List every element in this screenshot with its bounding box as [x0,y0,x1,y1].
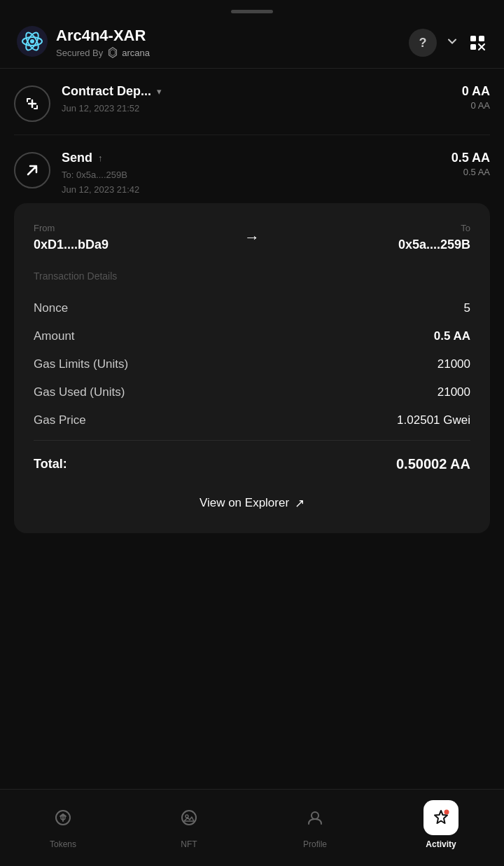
tx-from-label: From [34,223,236,233]
nft-label: NFT [181,839,197,849]
tx-amount-value: 0.5 AA [434,329,470,343]
tx-from-address: 0xD1....bDa9 [34,238,236,252]
svg-point-4 [30,39,34,43]
contract-dep-title: Contract Dep... [62,84,151,99]
tx-gas-used-value: 21000 [438,385,470,399]
tokens-icon-wrap [46,800,80,835]
send-icon-wrap [14,152,50,188]
app-logo [17,26,48,60]
contract-dep-badge: ▾ [157,86,162,97]
tx-details-title: Transaction Details [34,270,470,282]
help-button[interactable]: ? [409,29,437,57]
view-explorer-arrow-icon: ↗ [295,496,304,511]
tx-total-label: Total: [34,457,67,472]
send-date: Jun 12, 2023 21:42 [62,183,440,198]
contract-dep-amount-secondary: 0 AA [462,100,490,111]
tokens-label: Tokens [50,839,76,849]
contract-dep-amounts: 0 AA 0 AA [462,84,490,111]
contract-dep-info: Contract Dep... ▾ Jun 12, 2023 21:52 [62,84,451,116]
contract-dep-amount-primary: 0 AA [462,84,490,99]
tx-to-label: To [268,223,470,233]
profile-label: Profile [303,839,327,849]
header-actions: ? [409,29,487,57]
tx-gas-used-label: Gas Used (Units) [34,385,125,399]
app-title: Arc4n4-XAR [56,27,400,45]
send-title: Send [62,151,92,165]
contract-dep-date: Jun 12, 2023 21:52 [62,102,451,116]
tx-row-gas-used: Gas Used (Units) 21000 [34,378,470,406]
tx-addresses: From 0xD1....bDa9 → To 0x5a....259B [34,223,470,252]
tx-row-gas-limits: Gas Limits (Units) 21000 [34,350,470,378]
tx-divider [34,440,470,441]
tx-nonce-label: Nonce [34,301,68,315]
bottom-nav: Tokens NFT Profile Acti [0,789,504,866]
tx-row-nonce: Nonce 5 [34,294,470,322]
tx-amount-label: Amount [34,329,75,343]
tx-to-block: To 0x5a....259B [268,223,470,252]
tx-direction-arrow: → [244,228,260,247]
svg-point-10 [182,811,196,825]
tx-row-amount: Amount 0.5 AA [34,322,470,350]
tx-gas-limits-value: 21000 [438,357,470,371]
send-amount-secondary: 0.5 AA [451,167,490,177]
tx-gas-price-value: 1.02501 Gwei [397,413,470,427]
tx-from-block: From 0xD1....bDa9 [34,223,236,252]
profile-icon-wrap [298,800,332,835]
activity-icon-wrap [424,800,458,835]
tx-row-gas-price: Gas Price 1.02501 Gwei [34,406,470,434]
activity-label: Activity [426,839,456,849]
tx-gas-limits-label: Gas Limits (Units) [34,357,128,371]
chevron-button[interactable] [445,34,459,52]
tx-total-row: Total: 0.50002 AA [34,446,470,475]
header: Arc4n4-XAR Secured By arcana ? [0,13,504,68]
svg-point-12 [312,812,318,819]
activity-item-send[interactable]: Send ↑ To: 0x5a....259B Jun 12, 2023 21:… [14,135,490,200]
nav-item-nft[interactable]: NFT [126,800,252,849]
tx-total-value: 0.50002 AA [396,456,470,472]
svg-rect-5 [470,36,476,41]
send-to: To: 0x5a....259B [62,168,440,183]
activity-list: Contract Dep... ▾ Jun 12, 2023 21:52 0 A… [0,69,504,200]
send-badge: ↑ [98,153,103,163]
svg-rect-7 [470,44,476,50]
view-explorer-label: View on Explorer [200,496,289,510]
nav-item-activity[interactable]: Activity [378,800,504,849]
nav-item-profile[interactable]: Profile [252,800,378,849]
header-title-block: Arc4n4-XAR Secured By arcana [56,27,400,59]
nav-item-tokens[interactable]: Tokens [0,800,126,849]
tx-to-address: 0x5a....259B [268,238,470,252]
grid-menu-button[interactable] [468,33,487,53]
send-info: Send ↑ To: 0x5a....259B Jun 12, 2023 21:… [62,151,440,198]
svg-rect-6 [479,36,484,41]
tx-nonce-value: 5 [464,301,470,315]
app-subtitle: Secured By arcana [56,46,400,59]
tx-detail-card: From 0xD1....bDa9 → To 0x5a....259B Tran… [14,203,490,533]
contract-dep-icon-wrap [14,85,50,122]
activity-item-contract-dep[interactable]: Contract Dep... ▾ Jun 12, 2023 21:52 0 A… [14,69,490,135]
send-amount-primary: 0.5 AA [451,151,490,165]
svg-point-13 [444,809,449,814]
tx-gas-price-label: Gas Price [34,413,86,427]
view-explorer-button[interactable]: View on Explorer ↗ [34,489,470,518]
arcana-logo: arcana [106,46,150,59]
nft-icon-wrap [172,800,206,835]
send-amounts: 0.5 AA 0.5 AA [451,151,490,177]
